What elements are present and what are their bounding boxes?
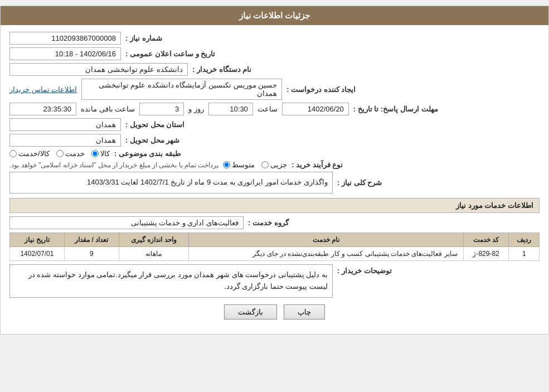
col-unit: واحد اندازه گیری bbox=[119, 233, 188, 246]
announce-datetime-value: 1402/06/16 - 10:18 bbox=[9, 47, 121, 60]
response-deadline-row: مهلت ارسال پاسخ: تا تاریخ : 1402/06/20 س… bbox=[9, 103, 540, 115]
category-khadamat-label: خدمت bbox=[65, 149, 85, 158]
cell-service-code: 829-82-ژ bbox=[463, 246, 509, 260]
service-group-value: فعالیت‌های اداری و خدمات پشتیبانی bbox=[9, 216, 244, 229]
days-value: 3 bbox=[139, 103, 184, 115]
col-service-name: نام خدمت bbox=[188, 233, 463, 246]
buyer-notes-value: به دلیل پشتیبانی درخواست های شهر همدان م… bbox=[28, 270, 328, 291]
category-kala-khadamat-option[interactable]: کالا/خدمت bbox=[9, 149, 50, 158]
general-desc-value: واگذاری خدمات امور ایراتوری به مدت 9 ماه… bbox=[87, 178, 328, 186]
creator-value: حسین موریس تکنسین آزمایشگاه دانشکده علوم… bbox=[81, 79, 282, 100]
province-row: استان محل تحویل : همدان bbox=[9, 118, 540, 131]
province-value: همدان bbox=[9, 118, 121, 131]
process-motavasset-radio[interactable] bbox=[223, 161, 230, 168]
process-type-label: نوع فرآیند خرید : bbox=[291, 161, 343, 169]
process-radio-group: جزیی متوسط bbox=[223, 161, 287, 169]
cell-rownum: 1 bbox=[509, 246, 540, 260]
creator-label: ایجاد کننده درخواست : bbox=[286, 85, 356, 94]
buyer-name-row: نام دستگاه خریدار : دانشکده علوم توانبخش… bbox=[9, 63, 540, 76]
announce-datetime-row: تاریخ و ساعت اعلان عمومی : 1402/06/16 - … bbox=[9, 47, 540, 60]
request-number-row: شماره نیاز : 1102093867000008 bbox=[9, 32, 540, 45]
col-rownum: ردیف bbox=[509, 233, 540, 246]
category-kala-option[interactable]: کالا bbox=[91, 149, 110, 158]
services-table: ردیف کد خدمت نام خدمت واحد اندازه گیری ت… bbox=[9, 233, 540, 261]
print-button[interactable]: چاپ bbox=[284, 304, 325, 320]
general-desc-row: شرح کلی نیاز : واگذاری خدمات امور ایراتو… bbox=[9, 172, 540, 193]
process-type-row: نوع فرآیند خرید : جزیی متوسط پرداخت تمام… bbox=[9, 161, 540, 169]
buyer-notes-row: توضیحات خریدار : به دلیل پشتیبانی درخواس… bbox=[9, 264, 540, 298]
table-row: 1 829-82-ژ سایر فعالیت‌های خدمات پشتیبان… bbox=[10, 246, 540, 260]
content-area: شماره نیاز : 1102093867000008 تاریخ و سا… bbox=[1, 25, 548, 334]
response-deadline-label: مهلت ارسال پاسخ: تا تاریخ : bbox=[353, 105, 438, 113]
process-motavasset-label: متوسط bbox=[232, 161, 255, 169]
province-label: استان محل تحویل : bbox=[125, 120, 184, 129]
general-desc-box: واگذاری خدمات امور ایراتوری به مدت 9 ماه… bbox=[9, 172, 333, 193]
city-row: شهر محل تحویل : همدان bbox=[9, 134, 540, 147]
service-group-label: گروه خدمت : bbox=[248, 219, 289, 227]
process-jozee-label: جزیی bbox=[270, 161, 287, 169]
services-section-title: اطلاعات خدمات مورد نیاز bbox=[9, 198, 540, 213]
buttons-row: چاپ بازگشت bbox=[9, 304, 540, 327]
process-motavasset-option[interactable]: متوسط bbox=[223, 161, 255, 169]
process-jozee-option[interactable]: جزیی bbox=[261, 161, 287, 169]
category-kala-khadamat-label: کالا/خدمت bbox=[18, 149, 50, 158]
category-row: طبقه بندی موضوعی : کالا خدمت کالا/خدمت bbox=[9, 149, 540, 158]
table-header: ردیف کد خدمت نام خدمت واحد اندازه گیری ت… bbox=[10, 233, 540, 246]
time-label: ساعت bbox=[258, 105, 278, 113]
buyer-notes-label: توضیحات خریدار : bbox=[337, 264, 392, 275]
date-value: 1402/06/20 bbox=[282, 103, 349, 115]
col-service-code: کد خدمت bbox=[463, 233, 509, 246]
cell-date: 1402/07/01 bbox=[10, 246, 65, 260]
back-button[interactable]: بازگشت bbox=[224, 304, 277, 320]
cell-unit: ماهانه bbox=[119, 246, 188, 260]
request-number-label: شماره نیاز : bbox=[125, 34, 162, 42]
cell-service-name: سایر فعالیت‌های خدمات پشتیبانی کسب و کار… bbox=[188, 246, 463, 260]
category-kala-label: کالا bbox=[100, 149, 110, 158]
category-khadamat-radio[interactable] bbox=[56, 150, 64, 157]
category-kala-khadamat-radio[interactable] bbox=[9, 150, 17, 157]
process-jozee-radio[interactable] bbox=[261, 161, 269, 168]
buyer-name-value: دانشکده علوم توانبخشی همدان bbox=[9, 63, 188, 76]
category-label: طبقه بندی موضوعی : bbox=[114, 149, 181, 158]
table-body: 1 829-82-ژ سایر فعالیت‌های خدمات پشتیبان… bbox=[10, 246, 540, 260]
buyer-notes-box: به دلیل پشتیبانی درخواست های شهر همدان م… bbox=[9, 264, 333, 298]
process-note: پرداخت تمام یا بخشی از مبلغ خریدار از مح… bbox=[9, 161, 218, 169]
city-label: شهر محل تحویل : bbox=[125, 136, 179, 144]
announce-datetime-label: تاریخ و ساعت اعلان عمومی : bbox=[125, 50, 215, 58]
request-number-value: 1102093867000008 bbox=[9, 32, 121, 45]
city-value: همدان bbox=[9, 134, 121, 147]
page-wrapper: جزئیات اطلاعات نیاز شماره نیاز : 1102093… bbox=[0, 6, 549, 335]
category-kala-radio[interactable] bbox=[91, 150, 99, 157]
buyer-name-label: نام دستگاه خریدار : bbox=[192, 65, 251, 74]
page-title: جزئیات اطلاعات نیاز bbox=[239, 11, 310, 20]
cell-quantity: 9 bbox=[64, 246, 119, 260]
col-date: تاریخ نیاز bbox=[10, 233, 65, 246]
category-radio-group: کالا خدمت کالا/خدمت bbox=[9, 149, 110, 158]
remaining-time: 23:35:30 bbox=[9, 103, 76, 115]
creator-row: ایجاد کننده درخواست : حسین موریس تکنسین … bbox=[9, 79, 540, 100]
remaining-label: ساعت باقی مانده bbox=[81, 105, 135, 113]
page-header: جزئیات اطلاعات نیاز bbox=[1, 6, 548, 25]
category-khadamat-option[interactable]: خدمت bbox=[56, 149, 85, 158]
contact-link[interactable]: اطلاعات تماس خریدار bbox=[9, 85, 77, 94]
general-desc-label: شرح کلی نیاز : bbox=[337, 178, 382, 187]
service-group-row: گروه خدمت : فعالیت‌های اداری و خدمات پشت… bbox=[9, 216, 540, 229]
days-label: روز و bbox=[188, 105, 204, 113]
time-value: 10:30 bbox=[208, 103, 253, 115]
col-quantity: تعداد / مقدار bbox=[64, 233, 119, 246]
